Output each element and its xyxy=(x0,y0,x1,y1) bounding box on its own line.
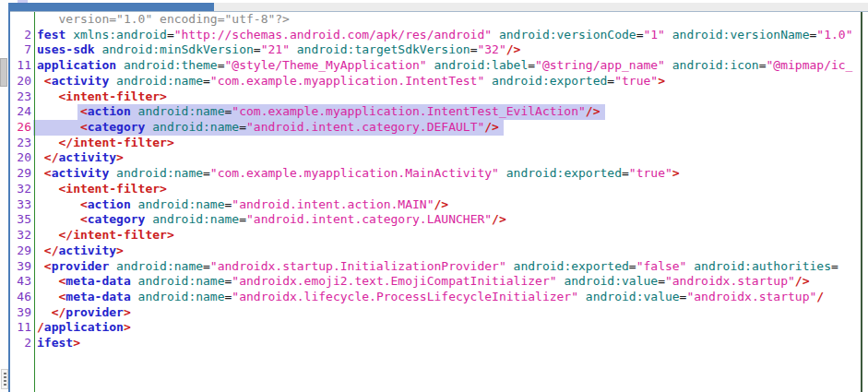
code-line[interactable]: 39 <provider android:name="androidx.star… xyxy=(11,259,861,275)
line-number[interactable]: 20 xyxy=(11,150,31,166)
code-text: <intent-filter> xyxy=(37,89,167,105)
code-line[interactable]: 39 </provider> xyxy=(11,305,861,321)
code-line[interactable]: 23 </intent-filter> xyxy=(11,136,861,151)
code-token: "android.intent.action.MAIN" xyxy=(232,197,434,211)
code-token xyxy=(665,28,672,42)
code-token: > xyxy=(116,244,124,257)
code-line[interactable]: 23 <intent-filter> xyxy=(11,89,861,105)
code-token: android:name xyxy=(138,290,225,303)
code-token: android:exported xyxy=(514,259,629,273)
code-token: meta-data xyxy=(65,290,130,303)
code-token: android:name xyxy=(138,274,225,288)
code-token: /> xyxy=(484,120,499,134)
code-token xyxy=(37,150,44,164)
code-token: < xyxy=(80,104,88,118)
line-number[interactable]: 46 xyxy=(11,290,31,305)
gutter-separator-line xyxy=(34,12,35,392)
code-line[interactable]: 11/application> xyxy=(11,320,861,336)
code-token: meta-data xyxy=(65,274,130,288)
code-token: > xyxy=(124,320,131,334)
line-number[interactable]: 29 xyxy=(11,166,31,182)
code-token: / xyxy=(37,320,44,334)
code-token: </ xyxy=(44,244,59,257)
line-number[interactable]: 32 xyxy=(11,182,31,197)
code-text: <meta-data android:name="androidx.lifecy… xyxy=(37,290,824,305)
code-token xyxy=(37,305,52,319)
code-token: = xyxy=(622,166,629,180)
code-line[interactable]: 29 <activity android:name="com.example.m… xyxy=(11,166,861,182)
code-text: <category android:name="android.intent.c… xyxy=(37,212,506,228)
code-token: fest xyxy=(37,28,65,42)
code-line[interactable]: 29 </activity> xyxy=(11,244,861,259)
code-token xyxy=(37,274,58,288)
code-token xyxy=(131,104,138,118)
code-token xyxy=(131,290,138,303)
line-number[interactable]: 23 xyxy=(11,136,31,151)
code-line[interactable]: 35 <category android:name="android.inten… xyxy=(11,212,861,228)
line-number[interactable]: 35 xyxy=(11,212,31,228)
line-number[interactable]: 11 xyxy=(11,58,31,74)
line-number[interactable]: 32 xyxy=(11,228,31,244)
horizontal-scrollbar-thumb[interactable] xyxy=(10,3,214,11)
code-token xyxy=(506,259,514,273)
code-text: uses-sdk android:minSdkVersion="21" andr… xyxy=(37,42,520,58)
code-token xyxy=(37,212,80,226)
left-vertical-scrollbar-thumb[interactable] xyxy=(0,58,7,87)
code-token: </ xyxy=(52,305,66,319)
code-token xyxy=(290,42,297,56)
code-token xyxy=(37,259,44,273)
line-number[interactable]: 24 xyxy=(11,104,31,120)
line-number[interactable]: 39 xyxy=(11,305,31,321)
code-token: "com.example.myapplication.IntentTest" xyxy=(210,74,484,88)
code-token: < xyxy=(80,120,88,134)
code-line[interactable]: 20 </activity> xyxy=(11,150,861,166)
code-line[interactable]: 32 <intent-filter> xyxy=(11,182,861,197)
code-token: activity xyxy=(58,244,116,257)
code-token: = xyxy=(658,274,665,288)
code-line[interactable]: 2ifest> xyxy=(11,336,861,351)
code-token: activity xyxy=(52,74,110,88)
line-number[interactable]: 2 xyxy=(11,28,31,43)
line-number[interactable]: 7 xyxy=(11,42,31,58)
grip-dot xyxy=(4,384,6,386)
code-token: "com.example.myapplication.MainActivity" xyxy=(210,166,499,180)
code-text: application android:theme="@style/Theme_… xyxy=(37,58,852,74)
code-line[interactable]: 32 </intent-filter> xyxy=(11,228,861,244)
code-token: /> xyxy=(434,197,449,211)
line-number[interactable]: 23 xyxy=(11,89,31,105)
line-number[interactable]: 43 xyxy=(11,274,31,290)
splitter-grip-icon[interactable] xyxy=(1,369,8,389)
line-number[interactable]: 39 xyxy=(11,259,31,275)
code-line[interactable]: 7uses-sdk android:minSdkVersion="21" and… xyxy=(11,42,861,58)
code-token: </intent-filter> xyxy=(58,136,173,149)
code-token: < xyxy=(80,197,88,211)
code-line[interactable]: 43 <meta-data android:name="androidx.emo… xyxy=(11,274,861,290)
code-token: android:name xyxy=(116,74,203,88)
editor-right-border xyxy=(861,12,862,392)
line-number[interactable]: 26 xyxy=(11,120,31,136)
code-token: "true" xyxy=(614,74,658,88)
code-line[interactable]: version="1.0" encoding="utf-8"?> xyxy=(11,12,861,28)
code-text: </provider> xyxy=(37,305,131,321)
code-line[interactable]: 2fest xmlns:android="http://schemas.andr… xyxy=(11,28,861,43)
code-line[interactable]: 33 <action android:name="android.intent.… xyxy=(11,197,861,213)
code-token: android:theme xyxy=(124,58,218,72)
grip-dot xyxy=(4,373,6,374)
code-line[interactable]: 11application android:theme="@style/Them… xyxy=(11,58,861,74)
code-text: <intent-filter> xyxy=(37,182,167,197)
line-number[interactable]: 20 xyxy=(11,74,31,89)
code-line[interactable]: 24 <action android:name="com.example.mya… xyxy=(11,104,861,120)
code-token xyxy=(37,166,44,180)
code-token xyxy=(37,228,58,242)
line-number[interactable]: 29 xyxy=(11,244,31,259)
code-line[interactable]: 26 <category android:name="android.inten… xyxy=(11,120,861,136)
line-number[interactable]: 2 xyxy=(11,336,31,351)
code-token: "com.example.myapplication.IntentTest_Ev… xyxy=(232,104,586,118)
code-token xyxy=(37,104,80,118)
code-line[interactable]: 46 <meta-data android:name="androidx.lif… xyxy=(11,290,861,305)
line-number[interactable]: 11 xyxy=(11,320,31,336)
code-token: /> xyxy=(795,274,810,288)
code-line[interactable]: 20 <activity android:name="com.example.m… xyxy=(11,74,861,89)
line-number[interactable]: 33 xyxy=(11,197,31,213)
code-token: activity xyxy=(52,166,110,180)
